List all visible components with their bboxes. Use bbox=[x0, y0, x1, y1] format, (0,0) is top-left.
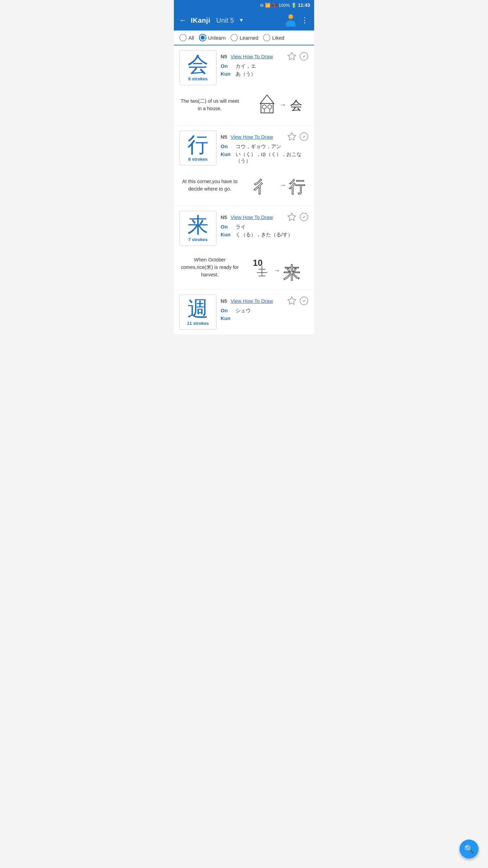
status-icons: ⊖ 📶 📵 100% 🔋 11:43 bbox=[260, 2, 310, 8]
kanji-box-kai: 会 6 strokes bbox=[179, 50, 217, 85]
reading-on-kai: On カイ，エ bbox=[221, 63, 309, 70]
svg-text:→: → bbox=[280, 182, 286, 189]
svg-marker-24 bbox=[288, 297, 296, 304]
mnemonic-image-kai: → 会 bbox=[246, 90, 309, 120]
kanji-strokes-iku: 6 strokes bbox=[188, 157, 207, 162]
mnemonic-image-kuru: 10 → 来 bbox=[246, 251, 309, 284]
view-draw-link-kuru[interactable]: View How To Draw bbox=[230, 214, 273, 220]
wifi-icon: 📶 bbox=[265, 3, 270, 8]
svg-marker-2 bbox=[260, 95, 274, 103]
svg-point-4 bbox=[262, 105, 266, 109]
filter-unlearn-radio[interactable] bbox=[199, 34, 206, 41]
kanji-box-iku: 行 6 strokes bbox=[179, 131, 217, 165]
mnemonic-iku: At this corner,you have to decide where … bbox=[179, 178, 240, 193]
view-draw-link-shuu[interactable]: View How To Draw bbox=[230, 298, 273, 304]
check-circle-icon-kuru[interactable] bbox=[299, 212, 309, 222]
svg-text:行: 行 bbox=[289, 178, 305, 196]
svg-text:彳: 彳 bbox=[253, 178, 270, 196]
kanji-info-kuru: N5 View How To Draw On ライ Kun く（る），きた（る/… bbox=[221, 211, 309, 239]
filter-all-radio[interactable] bbox=[179, 34, 187, 41]
check-circle-icon-iku[interactable] bbox=[299, 132, 309, 141]
app-bar: ← IKanji Unit 5 ▼ ⋮ bbox=[174, 10, 314, 31]
kai-drawing-svg: → 会 bbox=[247, 90, 308, 120]
signal-icon: 📵 bbox=[272, 3, 277, 8]
level-badge-shuu: N5 bbox=[221, 298, 227, 304]
kanji-strokes-shuu: 11 strokes bbox=[187, 321, 209, 326]
level-badge-kuru: N5 bbox=[221, 214, 227, 220]
check-circle-icon-kai[interactable] bbox=[299, 52, 309, 61]
kanji-info-top-kuru: N5 View How To Draw bbox=[221, 212, 309, 222]
kanji-info-top-shuu: N5 View How To Draw bbox=[221, 296, 309, 305]
svg-marker-15 bbox=[288, 213, 296, 220]
kanji-strokes-kai: 6 strokes bbox=[188, 76, 207, 81]
battery-percent: 100% bbox=[279, 3, 290, 8]
svg-text:来: 来 bbox=[283, 263, 300, 282]
avatar-body bbox=[286, 20, 296, 26]
kanji-card-kai: 会 6 strokes N5 View How To Draw On カイ，エ bbox=[174, 45, 314, 125]
star-icon-shuu[interactable] bbox=[287, 296, 297, 305]
kanji-card-top-shuu: 週 11 strokes N5 View How To Draw On シュウ bbox=[179, 295, 309, 330]
mnemonic-image-iku: 彳 → 行 bbox=[246, 170, 309, 201]
filter-all[interactable]: All bbox=[179, 34, 194, 41]
reading-kun-kuru: Kun く（る），きた（る/す） bbox=[221, 232, 309, 238]
star-icon-kuru[interactable] bbox=[287, 212, 297, 222]
reading-kun-shuu: Kun bbox=[221, 315, 309, 321]
kanji-card-kuru: 来 7 strokes N5 View How To Draw On ライ bbox=[174, 206, 314, 289]
kanji-box-kuru: 来 7 strokes bbox=[179, 211, 217, 246]
more-options-icon[interactable]: ⋮ bbox=[301, 16, 309, 25]
kanji-bottom-kuru: When October comes,rice(米) is ready for … bbox=[179, 251, 309, 284]
star-icon-kai[interactable] bbox=[287, 52, 297, 61]
filter-all-label: All bbox=[188, 35, 194, 41]
star-icon-iku[interactable] bbox=[287, 132, 297, 141]
svg-marker-10 bbox=[288, 133, 296, 140]
filter-learned-radio[interactable] bbox=[230, 34, 238, 41]
reading-kun-iku: Kun い（く），ゆ（く），おこな（う） bbox=[221, 151, 309, 164]
svg-text:→: → bbox=[274, 267, 280, 274]
reading-on-iku: On コウ，ギョウ，アン bbox=[221, 143, 309, 150]
level-badge-kai: N5 bbox=[221, 54, 227, 59]
kanji-card-top-kai: 会 6 strokes N5 View How To Draw On カイ，エ bbox=[179, 50, 309, 85]
kuru-drawing-svg: 10 → 来 bbox=[247, 251, 308, 284]
kanji-card-shuu: 週 11 strokes N5 View How To Draw On シュウ bbox=[174, 290, 314, 334]
kanji-info-shuu: N5 View How To Draw On シュウ Kun bbox=[221, 295, 309, 322]
kanji-char-kai: 会 bbox=[187, 54, 208, 75]
filter-liked[interactable]: Liked bbox=[263, 34, 284, 41]
avatar[interactable] bbox=[285, 14, 297, 26]
kanji-box-shuu: 週 11 strokes bbox=[179, 295, 217, 330]
status-bar: ⊖ 📶 📵 100% 🔋 11:43 bbox=[174, 0, 314, 10]
kanji-info-kai: N5 View How To Draw On カイ，エ Kun あ（う） bbox=[221, 50, 309, 79]
filter-learned[interactable]: Learned bbox=[230, 34, 258, 41]
battery-icon: 🔋 bbox=[291, 3, 297, 8]
kanji-char-shuu: 週 bbox=[187, 298, 208, 319]
unit-dropdown-icon[interactable]: ▼ bbox=[239, 17, 244, 23]
level-badge-iku: N5 bbox=[221, 134, 227, 140]
reading-kun-kai: Kun あ（う） bbox=[221, 71, 309, 77]
do-not-disturb-icon: ⊖ bbox=[260, 3, 264, 8]
avatar-head bbox=[288, 14, 293, 19]
view-draw-link-iku[interactable]: View How To Draw bbox=[230, 134, 273, 140]
back-button[interactable]: ← bbox=[179, 16, 187, 25]
kanji-card-iku: 行 6 strokes N5 View How To Draw On コウ，ギョ… bbox=[174, 126, 314, 205]
kanji-card-top-kuru: 来 7 strokes N5 View How To Draw On ライ bbox=[179, 211, 309, 246]
view-draw-link-kai[interactable]: View How To Draw bbox=[230, 54, 273, 59]
svg-text:→: → bbox=[280, 101, 286, 108]
filter-liked-radio[interactable] bbox=[263, 34, 270, 41]
clock: 11:43 bbox=[298, 2, 310, 8]
kanji-bottom-kai: The two(二) of us will meet in a house. →… bbox=[179, 90, 309, 120]
kanji-info-iku: N5 View How To Draw On コウ，ギョウ，アン Kun い（く… bbox=[221, 131, 309, 165]
mnemonic-kuru: When October comes,rice(米) is ready for … bbox=[179, 256, 240, 278]
svg-marker-0 bbox=[288, 52, 296, 60]
kanji-bottom-iku: At this corner,you have to decide where … bbox=[179, 170, 309, 201]
reading-on-shuu: On シュウ bbox=[221, 308, 309, 314]
filter-bar: All Unlearn Learned Liked bbox=[174, 31, 314, 45]
check-circle-icon-shuu[interactable] bbox=[299, 296, 309, 305]
kanji-char-kuru: 来 bbox=[187, 215, 208, 236]
filter-liked-label: Liked bbox=[272, 35, 284, 41]
filter-unlearn[interactable]: Unlearn bbox=[199, 34, 226, 41]
filter-unlearn-radio-inner bbox=[201, 36, 205, 40]
mnemonic-kai: The two(二) of us will meet in a house. bbox=[179, 98, 240, 113]
svg-text:10: 10 bbox=[253, 258, 263, 268]
unit-label: Unit 5 bbox=[214, 17, 234, 24]
app-title: IKanji bbox=[191, 17, 210, 24]
kanji-info-top-iku: N5 View How To Draw bbox=[221, 132, 309, 141]
